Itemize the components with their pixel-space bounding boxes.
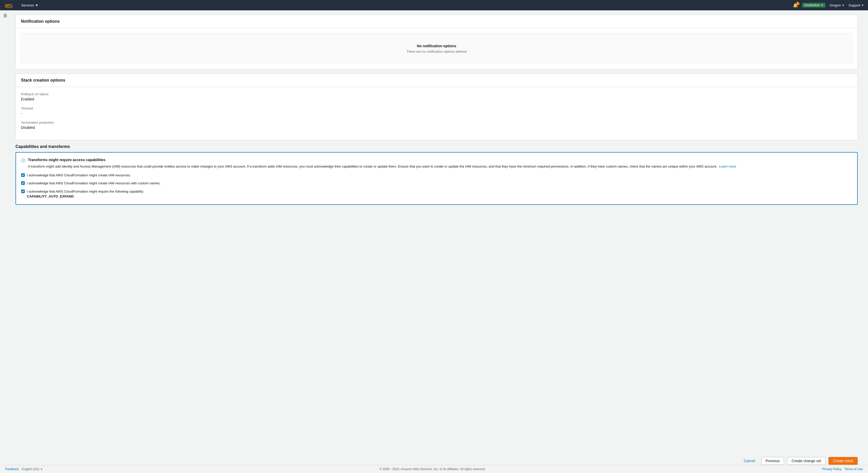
region-menu[interactable]: Oregon ▼: [830, 3, 844, 7]
checkbox-iam-resources-label: I acknowledge that AWS CloudFormation mi…: [27, 173, 131, 178]
terms-of-use-link[interactable]: Terms of Use: [844, 467, 863, 471]
capabilities-title: Capabilities and transforms: [16, 144, 858, 149]
notification-options-title: Notification options: [21, 19, 60, 24]
learn-more-link[interactable]: Learn more: [719, 165, 736, 168]
bottom-bar-left: Feedback English (US) ▼: [5, 467, 43, 471]
footer-actions: Cancel Previous Create change set Create…: [741, 457, 858, 465]
services-label: Services: [21, 3, 34, 7]
checkbox-capability-auto-expand-label: I acknowledge that AWS CloudFormation mi…: [27, 189, 144, 199]
notification-empty-title: No notification options: [26, 44, 847, 48]
region-caret-icon: ▼: [842, 4, 844, 7]
copyright-text: © 2008 - 2020, Amazon Web Services, Inc.…: [379, 467, 486, 471]
aws-logo[interactable]: [4, 2, 14, 8]
bell-badge: 1: [796, 2, 800, 5]
create-stack-button[interactable]: Create stack: [829, 457, 858, 465]
support-menu[interactable]: Support ▼: [848, 3, 864, 7]
rollback-value: Enabled: [21, 97, 852, 101]
warning-text: A transform might add Identity and Acces…: [28, 165, 717, 168]
termination-field: Termination protection Disabled: [21, 121, 852, 130]
termination-value: Disabled: [21, 126, 852, 130]
language-label: English (US): [22, 467, 39, 471]
warning-content: Transforms might require access capabili…: [28, 158, 736, 169]
language-selector[interactable]: English (US) ▼: [22, 467, 43, 471]
notification-empty-state: No notification options There are no not…: [21, 33, 852, 64]
region-label: Oregon: [830, 3, 841, 7]
feedback-link[interactable]: Feedback: [5, 467, 19, 471]
account-caret-icon: ▼: [821, 4, 823, 7]
notification-empty-desc: There are no notification options define…: [26, 49, 847, 54]
account-name: cloudvelum: [804, 3, 820, 7]
rollback-label: Rollback on failure: [21, 92, 852, 96]
privacy-policy-link[interactable]: Privacy Policy: [822, 467, 842, 471]
checkbox-capability-auto-expand: I acknowledge that AWS CloudFormation mi…: [21, 189, 852, 199]
services-caret-icon: ▼: [35, 3, 38, 7]
main-wrapper: Notification options No notification opt…: [0, 10, 868, 465]
notifications-bell[interactable]: 🔔 1: [793, 3, 798, 8]
stack-creation-title: Stack creation options: [21, 78, 65, 82]
services-menu-button[interactable]: Services ▼: [19, 2, 40, 8]
checkbox-iam-resources-input[interactable]: [21, 173, 25, 177]
timeout-value: -: [21, 111, 852, 115]
content-area: Notification options No notification opt…: [0, 10, 868, 465]
capabilities-section: Capabilities and transforms ⓘ Transforms…: [16, 144, 858, 205]
checkbox-iam-custom-names-label: I acknowledge that AWS CloudFormation mi…: [27, 181, 161, 186]
notification-options-section: Notification options No notification opt…: [16, 15, 858, 69]
previous-button[interactable]: Previous: [761, 457, 784, 465]
hamburger-icon: ☰: [3, 13, 7, 18]
capabilities-warning: ⓘ Transforms might require access capabi…: [21, 158, 852, 169]
top-navigation: Services ▼ 🔔 1 cloudvelum ▼ Oregon ▼ Sup…: [0, 0, 868, 10]
capabilities-box: ⓘ Transforms might require access capabi…: [16, 152, 858, 205]
checkbox-iam-custom-names: I acknowledge that AWS CloudFormation mi…: [21, 181, 852, 186]
stack-creation-body: Rollback on failure Enabled Timeout - Te…: [16, 87, 858, 140]
info-icon: ⓘ: [21, 158, 25, 163]
support-caret-icon: ▼: [861, 4, 864, 7]
rollback-field: Rollback on failure Enabled: [21, 92, 852, 101]
warning-title: Transforms might require access capabili…: [28, 158, 736, 162]
checkbox-iam-custom-names-input[interactable]: [21, 181, 25, 185]
timeout-field: Timeout -: [21, 106, 852, 115]
bottom-bar: Feedback English (US) ▼ © 2008 - 2020, A…: [0, 465, 868, 473]
language-caret-icon: ▼: [40, 468, 43, 471]
nav-right: 🔔 1 cloudvelum ▼ Oregon ▼ Support ▼: [793, 3, 864, 8]
notification-options-body: No notification options There are no not…: [16, 28, 858, 69]
cancel-button[interactable]: Cancel: [741, 457, 758, 465]
checkbox-iam-resources: I acknowledge that AWS CloudFormation mi…: [21, 173, 852, 178]
warning-desc: A transform might add Identity and Acces…: [28, 164, 736, 169]
timeout-label: Timeout: [21, 106, 852, 110]
termination-label: Termination protection: [21, 121, 852, 125]
stack-creation-header: Stack creation options: [16, 74, 858, 87]
bottom-bar-right: Privacy Policy Terms of Use: [822, 467, 863, 471]
checkbox-capability-auto-expand-input[interactable]: [21, 190, 25, 193]
checkbox3-text-part2: CAPABILITY_AUTO_EXPAND: [27, 194, 74, 198]
account-menu[interactable]: cloudvelum ▼: [802, 3, 826, 7]
stack-creation-section: Stack creation options Rollback on failu…: [16, 74, 858, 140]
sidebar-toggle-button[interactable]: ☰: [0, 10, 10, 21]
support-label: Support: [848, 3, 861, 7]
notification-options-header: Notification options: [16, 15, 858, 28]
checkbox3-text-part1: I acknowledge that AWS CloudFormation mi…: [27, 190, 144, 193]
create-change-set-button[interactable]: Create change set: [787, 457, 826, 465]
